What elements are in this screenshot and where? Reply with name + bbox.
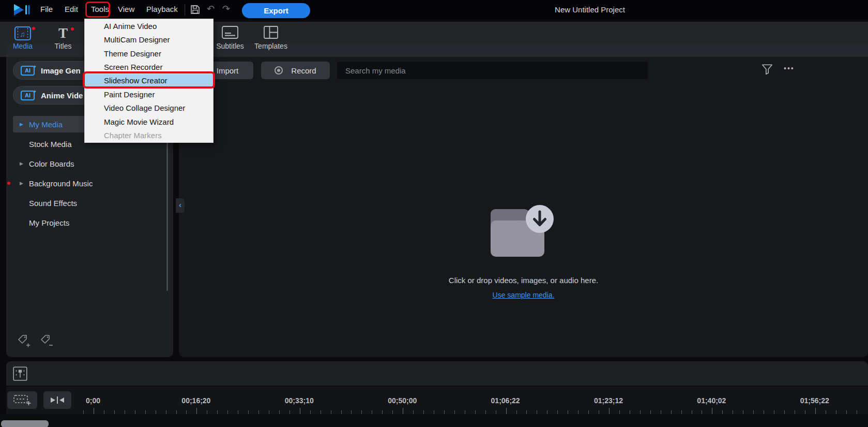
tab-media-label: Media <box>13 42 33 50</box>
menu-bar: File Edit Tools View Playback ↶ ↷ Export… <box>0 0 868 20</box>
media-drop-zone[interactable] <box>486 205 554 260</box>
add-track-button[interactable] <box>7 391 37 409</box>
sidebar-item-label: Background Music <box>29 179 93 188</box>
remove-tag-button[interactable] <box>39 333 54 348</box>
download-arrow-icon <box>526 205 554 233</box>
tools-menu: AI Anime Video MultiCam Designer Theme D… <box>84 19 214 143</box>
ruler-timecode: 00;33;10 <box>285 396 314 405</box>
sidebar-item-background-music[interactable]: ▶ Background Music <box>13 175 164 192</box>
sidebar-collapse-handle[interactable]: ‹ <box>176 198 185 213</box>
tools-menu-item-screen-recorder[interactable]: Screen Recorder <box>85 60 213 73</box>
track-manager-button[interactable] <box>11 365 29 383</box>
tools-menu-item-multicam-designer[interactable]: MultiCam Designer <box>85 33 213 46</box>
menu-playback[interactable]: Playback <box>146 5 178 13</box>
sidebar-item-my-projects[interactable]: My Projects <box>13 214 164 231</box>
app-logo-icon <box>13 4 32 16</box>
tab-templates[interactable]: Templates <box>254 23 287 55</box>
titles-notification-dot <box>71 27 74 31</box>
subtitles-icon <box>214 23 247 41</box>
sidebar-item-label: Sound Effects <box>29 199 77 208</box>
tab-titles[interactable]: T Titles <box>47 23 80 55</box>
sidebar-item-sound-effects[interactable]: Sound Effects <box>13 195 164 211</box>
export-button[interactable]: Export <box>242 3 310 18</box>
menu-tools[interactable]: Tools <box>91 5 109 13</box>
sidebar-item-label: My Media <box>29 120 63 129</box>
sample-link-row: Use sample media. <box>179 290 868 300</box>
ruler-timecode: 0;00 <box>86 396 100 405</box>
more-options-button[interactable]: ••• <box>784 64 795 72</box>
ai-badge-icon: AI <box>21 66 35 76</box>
redo-button[interactable]: ↷ <box>222 3 230 14</box>
timeline-ruler-row[interactable] <box>6 387 868 414</box>
timeline-horizontal-scrollbar[interactable] <box>1 420 49 427</box>
empty-state-message: Click or drop videos, images, or audio h… <box>179 276 868 285</box>
menu-view[interactable]: View <box>118 5 134 13</box>
track-manager-icon <box>12 365 28 382</box>
record-button[interactable]: Record <box>261 62 330 79</box>
split-playhead-icon <box>50 396 65 404</box>
ruler-timecode: 01;40;02 <box>697 396 726 405</box>
tools-menu-item-video-collage-designer[interactable]: Video Collage Designer <box>85 101 213 115</box>
tag-minus-icon <box>39 333 54 348</box>
timeline-toolbar <box>6 361 868 386</box>
templates-icon <box>254 23 287 41</box>
use-sample-media-link[interactable]: Use sample media. <box>493 291 555 299</box>
tab-titles-label: Titles <box>55 42 72 50</box>
tools-menu-item-ai-anime-video[interactable]: AI Anime Video <box>85 19 213 33</box>
sidebar-item-label: Stock Media <box>29 140 72 149</box>
sidebar-item-label: My Projects <box>29 218 69 227</box>
app-window: File Edit Tools View Playback ↶ ↷ Export… <box>0 0 868 427</box>
tab-templates-label: Templates <box>254 42 287 50</box>
search-input[interactable] <box>337 62 648 79</box>
expand-arrow-icon: ▶ <box>20 161 29 166</box>
menubar-divider <box>185 4 185 16</box>
ruler-timecode: 00;16;20 <box>181 396 210 405</box>
tools-menu-item-chapter-markers: Chapter Markers <box>85 129 213 142</box>
expand-arrow-icon: ▶ <box>20 122 29 127</box>
tab-subtitles-label: Subtitles <box>216 42 244 50</box>
tab-subtitles[interactable]: Subtitles <box>214 23 247 55</box>
filter-funnel-icon <box>761 63 773 76</box>
ai-image-generator-label: Image Gen <box>41 66 81 75</box>
ruler-timecode: 01;56;22 <box>800 396 829 405</box>
expand-arrow-icon: ▶ <box>20 181 29 186</box>
svg-text:♫: ♫ <box>20 30 25 38</box>
record-icon <box>275 66 283 75</box>
ruler-timecode: 01;06;22 <box>491 396 520 405</box>
ruler-timecode: 01;23;12 <box>594 396 623 405</box>
floppy-save-icon <box>190 5 200 14</box>
tools-menu-item-magic-movie-wizard[interactable]: Magic Movie Wizard <box>85 115 213 128</box>
tools-menu-item-paint-designer[interactable]: Paint Designer <box>85 87 213 101</box>
tools-menu-item-slideshow-creator[interactable]: Slideshow Creator <box>85 74 213 87</box>
menu-edit[interactable]: Edit <box>65 5 78 13</box>
sidebar-item-color-boards[interactable]: ▶ Color Boards <box>13 155 164 172</box>
sidebar-item-label: Color Boards <box>29 159 74 168</box>
menu-file[interactable]: File <box>40 5 53 13</box>
project-title: New Untitled Project <box>555 5 625 14</box>
tools-menu-item-theme-designer[interactable]: Theme Designer <box>85 47 213 60</box>
ai-anime-video-label: Anime Vide <box>41 91 83 100</box>
split-clip-button[interactable] <box>43 391 71 409</box>
ruler-timecode: 00;50;00 <box>388 396 417 405</box>
add-track-icon <box>13 393 32 407</box>
add-tag-button[interactable] <box>17 333 31 348</box>
media-filmstrip-icon: ♫ <box>6 23 39 41</box>
tag-plus-icon <box>17 333 31 348</box>
timeline-tracks-area <box>0 414 868 427</box>
titles-T-icon: T <box>47 23 80 41</box>
media-search-box <box>337 62 648 79</box>
filter-button[interactable] <box>761 63 773 77</box>
save-button[interactable] <box>190 5 200 16</box>
ai-badge-icon: AI <box>21 91 35 100</box>
undo-button[interactable]: ↶ <box>207 3 215 14</box>
notification-dot <box>7 182 10 185</box>
record-label: Record <box>291 66 316 75</box>
media-notification-dot <box>32 27 35 30</box>
tab-media[interactable]: ♫ Media <box>6 23 39 55</box>
